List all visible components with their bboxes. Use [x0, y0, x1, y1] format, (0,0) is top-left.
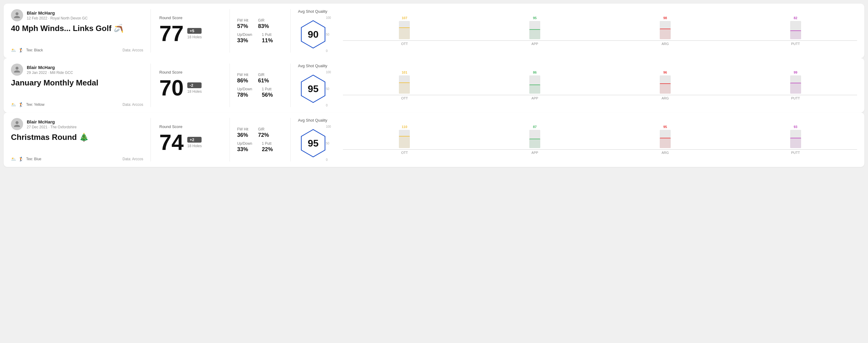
- bar-bg: [529, 21, 540, 39]
- card-left: Blair McHarg 27 Dec 2021 · The Oxfordshi…: [11, 118, 151, 161]
- bars-area: 110 87 95 93: [343, 125, 857, 150]
- fw-hit-label: FW Hit: [237, 127, 248, 131]
- hex-score: 95: [308, 138, 319, 149]
- gir-label: GIR: [258, 127, 269, 131]
- y-axis-labels: 100 50 0: [326, 125, 331, 161]
- bar-value: 93: [794, 125, 798, 129]
- round-score-label: Round Score: [159, 15, 221, 20]
- bar-bg: [660, 75, 671, 94]
- hexagon-container: 90: [298, 19, 328, 50]
- user-details: Blair McHarg 12 Feb 2022 · Royal North D…: [27, 10, 88, 20]
- user-info: Blair McHarg 29 Jan 2022 · Mill Ride GCC: [11, 64, 143, 76]
- bar-value: 99: [794, 70, 798, 74]
- bag-icon: 🏌️: [19, 48, 24, 53]
- tee-label: Tee: Blue: [26, 157, 41, 161]
- bar-value: 95: [533, 16, 537, 20]
- round-score-label: Round Score: [159, 124, 221, 129]
- bar-group-app: 86: [473, 70, 596, 94]
- card-footer: 🌥️ 🏌️ Tee: Blue Data: Arccos: [11, 157, 143, 161]
- hex-score: 90: [308, 29, 319, 40]
- round-card: Blair McHarg 29 Jan 2022 · Mill Ride GCC…: [4, 58, 864, 113]
- bar-fill: [399, 27, 410, 39]
- fw-hit-value: 86%: [237, 77, 248, 84]
- card-middle: Round Score 77 +5 18 Holes: [151, 9, 230, 53]
- score-row: 74 +2 18 Holes: [159, 131, 221, 153]
- bag-icon: 🏌️: [19, 102, 24, 107]
- bar-x-label: ARG: [604, 151, 727, 154]
- stats-row-top: FW Hit 36% GIR 72%: [237, 127, 283, 138]
- bar-fill: [660, 138, 671, 148]
- weather-icon: 🌥️: [11, 102, 16, 107]
- score-row: 70 -2 18 Holes: [159, 77, 221, 99]
- stats-row-bottom: Up/Down 78% 1 Putt 56%: [237, 87, 283, 98]
- stats-row-bottom: Up/Down 33% 1 Putt 11%: [237, 33, 283, 44]
- user-icon: [13, 120, 21, 128]
- gir-label: GIR: [258, 73, 269, 77]
- bar-value: 96: [663, 70, 667, 74]
- fw-hit-value: 36%: [237, 132, 248, 138]
- bar-value: 87: [533, 125, 537, 129]
- bar-x-label: OTT: [343, 151, 466, 154]
- oneputt-label: 1 Putt: [262, 142, 273, 146]
- weather-icon: 🌥️: [11, 157, 16, 161]
- holes-label: 18 Holes: [187, 89, 202, 94]
- holes-label: 18 Holes: [187, 144, 202, 148]
- bar-value: 95: [663, 125, 667, 129]
- x-axis-labels: OTTAPPARGPUTT: [343, 42, 857, 45]
- score-big: 77: [159, 23, 184, 44]
- card-middle: Round Score 74 +2 18 Holes: [151, 118, 230, 161]
- score-big: 70: [159, 77, 184, 99]
- bar-bg: [660, 130, 671, 148]
- bar-value: 101: [402, 70, 407, 74]
- stat-updown: Up/Down 33%: [237, 142, 252, 153]
- user-info: Blair McHarg 27 Dec 2021 · The Oxfordshi…: [11, 118, 143, 130]
- bar-group-ott: 107: [343, 16, 466, 39]
- bar-fill: [529, 29, 540, 39]
- card-right: Avg Shot Quality 90 100 50 0 107: [291, 9, 857, 53]
- fw-hit-value: 57%: [237, 23, 248, 30]
- tee-info: 🌥️ 🏌️ Tee: Black: [11, 48, 43, 53]
- bars-area: 107 95 98 82: [343, 16, 857, 41]
- weather-icon: 🌥️: [11, 48, 16, 53]
- card-left: Blair McHarg 12 Feb 2022 · Royal North D…: [11, 9, 151, 53]
- gir-value: 61%: [258, 77, 269, 84]
- bar-fill: [790, 83, 801, 94]
- bar-group-putt: 82: [734, 16, 857, 39]
- bar-bg: [399, 21, 410, 39]
- bar-chart: 100 50 0 101 86 96: [335, 70, 857, 107]
- hex-score: 95: [308, 83, 319, 95]
- bar-group-arg: 96: [604, 70, 727, 94]
- bar-group-ott: 110: [343, 125, 466, 148]
- avg-shot-quality-label: Avg Shot Quality: [298, 64, 857, 68]
- bar-bg: [790, 75, 801, 94]
- bar-bg: [529, 75, 540, 94]
- user-icon: [13, 11, 21, 19]
- bar-group-app: 87: [473, 125, 596, 148]
- bar-chart: 100 50 0 110 87 95: [335, 125, 857, 161]
- tee-info: 🌥️ 🏌️ Tee: Blue: [11, 157, 41, 161]
- card-footer: 🌥️ 🏌️ Tee: Yellow Data: Arccos: [11, 102, 143, 107]
- bar-fill: [660, 83, 671, 94]
- round-title: January Monthly Medal: [11, 78, 143, 88]
- bar-x-label: ARG: [604, 42, 727, 45]
- bars-area: 101 86 96 99: [343, 70, 857, 95]
- y-axis-labels: 100 50 0: [326, 16, 331, 53]
- bar-x-label: ARG: [604, 96, 727, 100]
- bar-x-label: APP: [473, 42, 596, 45]
- avg-shot-quality-label: Avg Shot Quality: [298, 9, 857, 14]
- bar-fill: [399, 83, 410, 94]
- updown-label: Up/Down: [237, 87, 252, 91]
- quality-section: 90 100 50 0 107 95: [298, 16, 857, 53]
- oneputt-label: 1 Putt: [262, 87, 273, 91]
- gir-value: 72%: [258, 132, 269, 138]
- hexagon-container: 95: [298, 73, 328, 104]
- stat-gir: GIR 72%: [258, 127, 269, 138]
- bar-group-putt: 93: [734, 125, 857, 148]
- x-axis-labels: OTTAPPARGPUTT: [343, 96, 857, 100]
- fw-hit-label: FW Hit: [237, 73, 248, 77]
- bar-bg: [529, 130, 540, 148]
- tee-info: 🌥️ 🏌️ Tee: Yellow: [11, 102, 44, 107]
- stat-fw-hit: FW Hit 57%: [237, 18, 248, 30]
- stat-oneputt: 1 Putt 22%: [262, 142, 273, 153]
- oneputt-value: 11%: [262, 37, 273, 44]
